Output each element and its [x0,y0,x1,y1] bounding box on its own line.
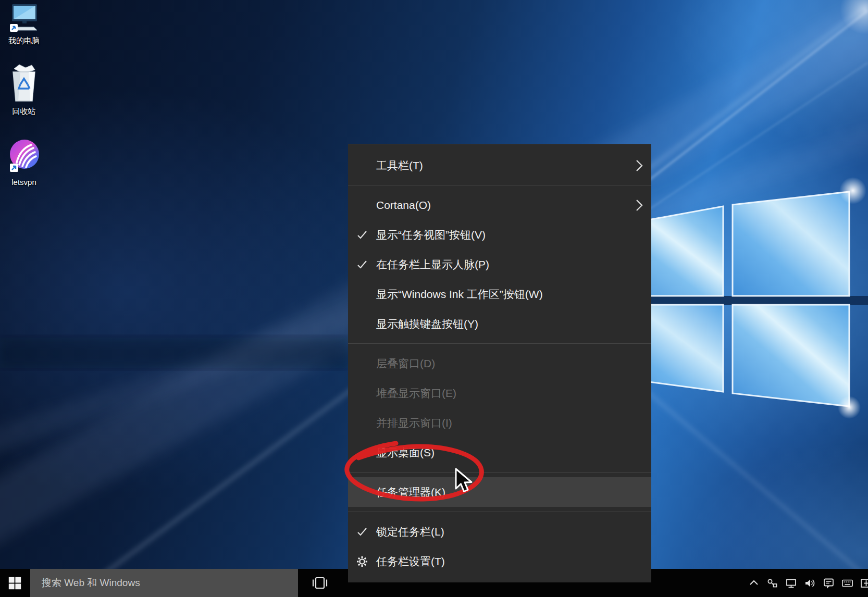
menu-item-label: 锁定任务栏(L) [376,525,651,539]
desktop-icon-label: 我的电脑 [2,36,46,46]
menu-item-label: 显示触摸键盘按钮(Y) [376,317,651,331]
tray-volume-icon[interactable] [804,577,816,589]
menu-item-lock-taskbar[interactable]: 锁定任务栏(L) [348,517,651,546]
menu-item-show-windows-ink[interactable]: 显示“Windows Ink 工作区”按钮(W) [348,279,651,309]
menu-item-cascade-windows: 层叠窗口(D) [348,349,651,378]
tray-device-icon[interactable] [766,577,778,589]
menu-item-label: 任务管理器(K) [376,485,651,500]
menu-item-label: 并排显示窗口(I) [376,416,651,430]
menu-item-label: 显示“任务视图”按钮(V) [376,228,651,242]
task-view-icon [312,576,328,590]
task-view-button[interactable] [305,569,334,597]
menu-separator [348,185,651,185]
gear-icon [348,555,376,568]
desktop-icon-my-computer[interactable]: 我的电脑 [2,3,46,46]
desktop-icon-letsvpn[interactable]: letsvpn [2,139,46,186]
menu-item-label: 在任务栏上显示人脉(P) [376,257,651,272]
menu-item-task-manager[interactable]: 任务管理器(K) [348,477,651,507]
menu-item-show-desktop[interactable]: 显示桌面(S) [348,438,651,467]
menu-item-stack-windows: 堆叠显示窗口(E) [348,378,651,408]
system-tray [748,569,868,597]
tray-ime-icon[interactable] [860,577,868,589]
letsvpn-icon [7,139,41,174]
menu-item-taskbar-settings[interactable]: 任务栏设置(T) [348,546,651,576]
windows-start-icon [8,576,22,590]
menu-item-label: Cortana(O) [376,199,636,212]
menu-item-label: 显示“Windows Ink 工作区”按钮(W) [376,287,651,302]
submenu-chevron-icon [636,159,643,172]
checkmark-icon [348,229,376,241]
tray-touch-keyboard-icon[interactable] [841,577,853,589]
menu-item-label: 堆叠显示窗口(E) [376,386,651,401]
tray-network-icon[interactable] [785,577,797,589]
search-placeholder: 搜索 Web 和 Windows [42,576,140,590]
checkmark-icon [348,258,376,271]
checkmark-icon [348,526,376,538]
start-button[interactable] [0,569,29,597]
menu-item-cortana[interactable]: Cortana(O) [348,190,651,220]
menu-item-side-by-side-windows: 并排显示窗口(I) [348,408,651,438]
menu-item-show-people[interactable]: 在任务栏上显示人脉(P) [348,250,651,279]
desktop-icon-recycle-bin[interactable]: 回收站 [2,64,46,117]
desktop-icon-label: letsvpn [2,178,46,186]
taskbar-context-menu: 工具栏(T) Cortana(O) 显示“任务视图”按钮(V) 在任务栏上显示人… [348,144,651,582]
menu-separator [348,472,651,472]
menu-item-show-touch-keyboard[interactable]: 显示触摸键盘按钮(Y) [348,309,651,339]
menu-item-show-task-view[interactable]: 显示“任务视图”按钮(V) [348,220,651,250]
menu-item-label: 工具栏(T) [376,158,636,173]
tray-chevron-up-icon[interactable] [748,577,760,589]
menu-separator [348,512,651,512]
recycle-bin-icon [8,64,40,103]
menu-item-label: 层叠窗口(D) [376,356,651,371]
tray-action-center-icon[interactable] [823,577,835,589]
menu-item-label: 显示桌面(S) [376,445,651,460]
menu-item-toolbars[interactable]: 工具栏(T) [348,151,651,180]
taskbar-search-input[interactable]: 搜索 Web 和 Windows [30,569,298,597]
menu-item-label: 任务栏设置(T) [376,554,651,569]
my-computer-icon [7,3,41,32]
menu-separator [348,343,651,344]
desktop-icon-label: 回收站 [2,107,46,117]
submenu-chevron-icon [636,198,643,212]
